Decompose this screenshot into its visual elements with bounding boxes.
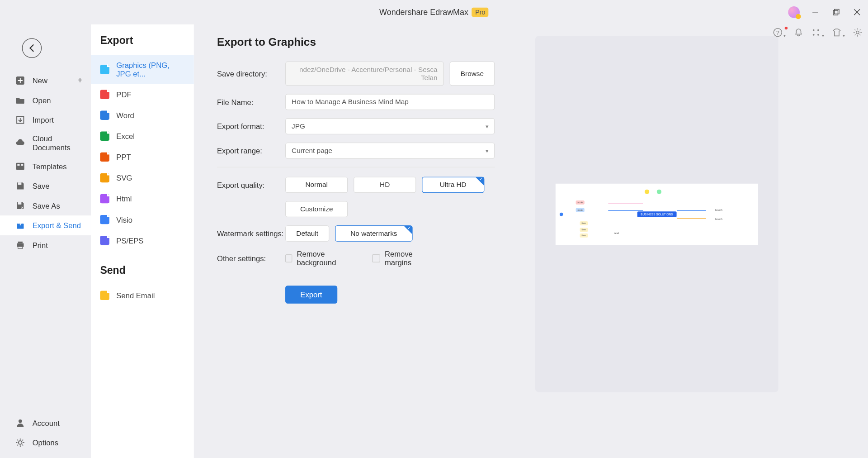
file-icon bbox=[100, 153, 109, 162]
preview-thumbnail: BUSINESS SOLUTIONS node node branch bran… bbox=[556, 183, 758, 245]
nav-new[interactable]: New+ bbox=[0, 71, 91, 91]
nav-export-send[interactable]: Export & Send bbox=[0, 215, 91, 235]
nav-open[interactable]: Open bbox=[0, 91, 91, 110]
template-icon bbox=[15, 161, 25, 172]
file-icon bbox=[100, 236, 109, 245]
range-label: Export range: bbox=[217, 146, 285, 155]
watermark-default[interactable]: Default bbox=[285, 225, 329, 242]
quality-hd[interactable]: HD bbox=[354, 177, 416, 193]
nav-label: Export & Send bbox=[33, 221, 81, 229]
close-button[interactable] bbox=[852, 7, 862, 17]
format-pdf[interactable]: PDF bbox=[91, 84, 194, 105]
nav-save-as[interactable]: Save As bbox=[0, 196, 91, 216]
svg-point-9 bbox=[813, 34, 815, 36]
preview-panel: BUSINESS SOLUTIONS node node branch bran… bbox=[535, 36, 778, 392]
nav-cloud-documents[interactable]: Cloud Documents bbox=[0, 130, 91, 157]
nav-templates[interactable]: Templates bbox=[0, 157, 91, 177]
user-avatar[interactable] bbox=[788, 6, 800, 18]
plus-icon[interactable]: + bbox=[77, 75, 83, 86]
format-svg[interactable]: SVG bbox=[91, 167, 194, 188]
nav-account[interactable]: Account bbox=[0, 413, 91, 433]
nav-label: Save As bbox=[33, 201, 60, 210]
import-icon bbox=[15, 114, 25, 125]
filename-label: File Name: bbox=[217, 98, 285, 106]
export-format-sidebar: Export Graphics (PNG, JPG et...PDFWordEx… bbox=[91, 24, 194, 458]
format-label: PDF bbox=[116, 90, 131, 99]
nav-import[interactable]: Import bbox=[0, 110, 91, 130]
quality-ultra-hd[interactable]: Ultra HD bbox=[422, 177, 484, 193]
format-label: Word bbox=[116, 111, 134, 119]
top-toolbar: ?▾ ▾ ▾ bbox=[773, 28, 862, 39]
export-button[interactable]: Export bbox=[285, 286, 337, 304]
browse-button[interactable]: Browse bbox=[450, 62, 495, 86]
shirt-icon[interactable]: ▾ bbox=[832, 28, 845, 39]
filename-input[interactable] bbox=[285, 94, 495, 110]
save-dir-input[interactable]: ndez/OneDrive - Accenture/Personal - Ses… bbox=[285, 62, 444, 86]
svg-rect-14 bbox=[17, 164, 19, 166]
help-icon[interactable]: ?▾ bbox=[773, 28, 786, 39]
svg-point-10 bbox=[817, 34, 819, 36]
format-excel[interactable]: Excel bbox=[91, 126, 194, 147]
watermark-no-watermarks[interactable]: No watermarks bbox=[335, 225, 413, 242]
saveas-icon bbox=[15, 200, 25, 211]
format-label: Html bbox=[116, 194, 132, 203]
svg-rect-20 bbox=[18, 242, 23, 243]
plus-box-icon bbox=[15, 75, 25, 86]
nav-label: Open bbox=[33, 96, 51, 105]
format-visio[interactable]: Visio bbox=[91, 209, 194, 230]
account-icon bbox=[15, 418, 25, 428]
nav-save[interactable]: Save bbox=[0, 176, 91, 196]
svg-rect-16 bbox=[18, 182, 22, 185]
bell-icon[interactable] bbox=[794, 28, 803, 39]
format-label: PS/EPS bbox=[116, 236, 143, 245]
format-ps-eps[interactable]: PS/EPS bbox=[91, 230, 194, 251]
cloud-icon bbox=[15, 138, 25, 148]
nav-options[interactable]: Options bbox=[0, 433, 91, 453]
customize-button[interactable]: Customize bbox=[285, 201, 348, 217]
format-label: SVG bbox=[116, 173, 132, 182]
other-label: Other settings: bbox=[217, 254, 285, 262]
quality-normal[interactable]: Normal bbox=[285, 177, 348, 193]
export-content: Export to Graphics Save directory: ndez/… bbox=[194, 24, 868, 458]
divider bbox=[217, 167, 495, 167]
format-select[interactable]: JPG▾ bbox=[285, 118, 495, 134]
format-word[interactable]: Word bbox=[91, 105, 194, 126]
svg-rect-17 bbox=[18, 202, 22, 205]
nav-label: New bbox=[33, 76, 47, 85]
nav-label: Account bbox=[33, 419, 60, 427]
titlebar: Wondershare EdrawMax Pro bbox=[0, 0, 868, 24]
gear-icon[interactable] bbox=[853, 28, 862, 39]
remove-margins-checkbox[interactable]: Remove margins bbox=[372, 250, 440, 267]
format-ppt[interactable]: PPT bbox=[91, 147, 194, 167]
svg-point-8 bbox=[817, 29, 819, 31]
format-label: PPT bbox=[116, 153, 131, 161]
export-heading: Export bbox=[91, 35, 194, 55]
svg-rect-13 bbox=[16, 163, 24, 170]
format-html[interactable]: Html bbox=[91, 188, 194, 209]
back-button[interactable] bbox=[22, 38, 42, 58]
svg-point-23 bbox=[19, 441, 22, 444]
nav-label: Options bbox=[33, 438, 58, 447]
file-menu-sidebar: New+OpenImportCloud DocumentsTemplatesSa… bbox=[0, 24, 91, 458]
maximize-button[interactable] bbox=[831, 7, 841, 17]
file-icon bbox=[100, 215, 109, 224]
format-graphics-png-jpg-et-[interactable]: Graphics (PNG, JPG et... bbox=[91, 55, 194, 84]
file-icon bbox=[100, 110, 109, 119]
remove-bg-checkbox[interactable]: Remove background bbox=[285, 250, 354, 267]
nav-print[interactable]: Print bbox=[0, 235, 91, 255]
print-icon bbox=[15, 240, 25, 250]
quality-label: Export quality: bbox=[217, 181, 285, 189]
format-label: Send Email bbox=[116, 291, 155, 300]
range-select[interactable]: Current page▾ bbox=[285, 143, 495, 159]
grid-icon[interactable]: ▾ bbox=[811, 28, 824, 39]
pro-badge: Pro bbox=[472, 8, 489, 17]
minimize-button[interactable] bbox=[810, 7, 821, 17]
folder-icon bbox=[15, 95, 25, 105]
file-icon bbox=[100, 194, 109, 203]
send-heading: Send bbox=[91, 265, 194, 285]
nav-label: Print bbox=[33, 241, 48, 249]
file-icon bbox=[100, 132, 109, 141]
format-send-email[interactable]: Send Email bbox=[91, 285, 194, 306]
svg-rect-15 bbox=[21, 164, 23, 166]
svg-rect-1 bbox=[833, 10, 838, 15]
